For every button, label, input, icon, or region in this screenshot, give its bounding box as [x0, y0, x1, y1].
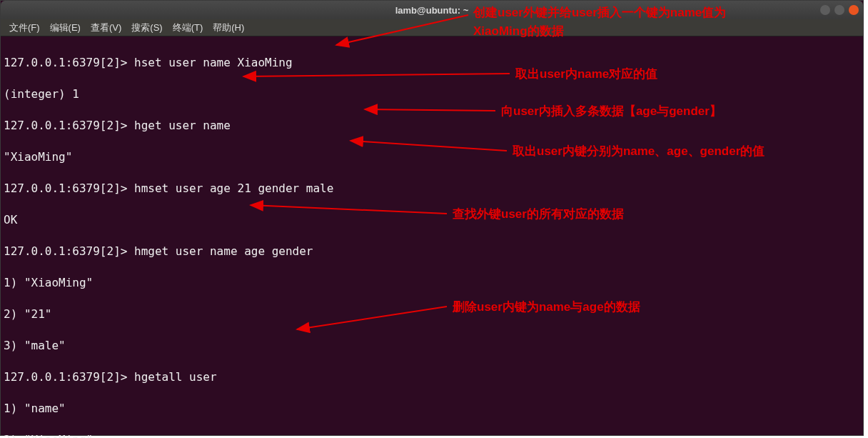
term-line: 127.0.0.1:6379[2]> hget user name	[4, 118, 860, 134]
minimize-icon[interactable]	[820, 5, 830, 15]
term-line: 1) "name"	[4, 401, 860, 417]
titlebar[interactable]: lamb@ubuntu: ~	[1, 1, 863, 19]
term-line: 1) "XiaoMing"	[4, 275, 860, 291]
term-line: 3) "male"	[4, 338, 860, 354]
close-icon[interactable]	[849, 5, 859, 15]
menubar: 文件(F) 编辑(E) 查看(V) 搜索(S) 终端(T) 帮助(H)	[1, 19, 863, 36]
maximize-icon[interactable]	[834, 5, 844, 15]
term-line: 127.0.0.1:6379[2]> hset user name XiaoMi…	[4, 55, 860, 71]
term-line: 2) "21"	[4, 307, 860, 322]
term-line: 2) "XiaoMing"	[4, 432, 860, 438]
window-title: lamb@ubuntu: ~	[395, 5, 469, 16]
term-line: OK	[4, 212, 860, 228]
term-line: 127.0.0.1:6379[2]> hgetall user	[4, 369, 860, 385]
terminal-body[interactable]: 127.0.0.1:6379[2]> hset user name XiaoMi…	[1, 36, 863, 438]
term-line: 127.0.0.1:6379[2]> hmset user age 21 gen…	[4, 181, 860, 196]
term-line: "XiaoMing"	[4, 149, 860, 165]
menu-terminal[interactable]: 终端(T)	[168, 20, 208, 36]
menu-help[interactable]: 帮助(H)	[208, 20, 248, 36]
term-line: (integer) 1	[4, 86, 860, 102]
menu-view[interactable]: 查看(V)	[86, 20, 126, 36]
terminal-window: lamb@ubuntu: ~ 文件(F) 编辑(E) 查看(V) 搜索(S) 终…	[0, 0, 864, 436]
window-controls	[820, 5, 859, 15]
term-line: 127.0.0.1:6379[2]> hmget user name age g…	[4, 244, 860, 259]
menu-search[interactable]: 搜索(S)	[127, 20, 166, 36]
menu-edit[interactable]: 编辑(E)	[46, 20, 85, 36]
menu-file[interactable]: 文件(F)	[5, 20, 44, 36]
